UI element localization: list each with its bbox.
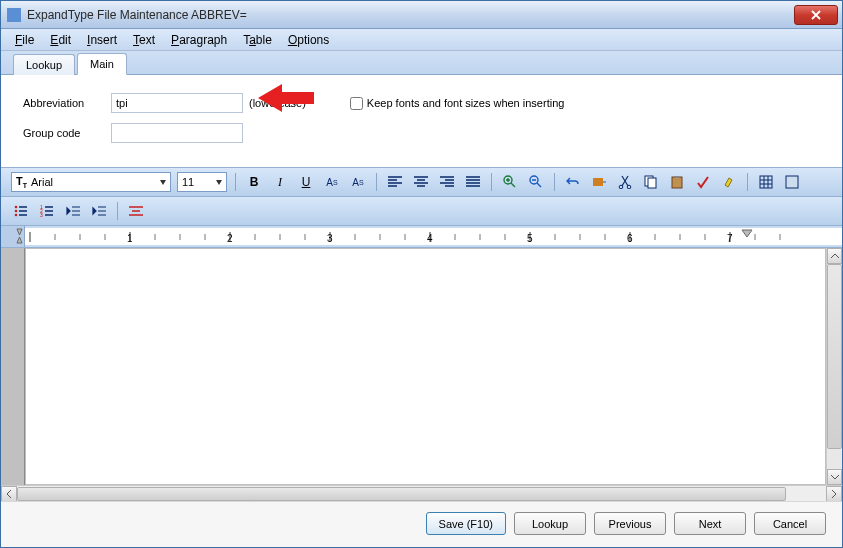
undo-button[interactable] (563, 172, 583, 192)
menu-file[interactable]: File (7, 30, 42, 50)
hscroll-thumb[interactable] (17, 487, 786, 501)
zoom-out-button[interactable] (526, 172, 546, 192)
ruler-track[interactable]: 1 2 3 4 5 6 7 (25, 228, 842, 245)
align-left-icon (388, 176, 402, 188)
underline-button[interactable]: U (296, 172, 316, 192)
separator (235, 173, 236, 191)
scroll-up-button[interactable] (827, 248, 842, 264)
paragraph-button[interactable] (126, 201, 146, 221)
svg-rect-9 (760, 176, 772, 188)
table-button[interactable] (756, 172, 776, 192)
separator (554, 173, 555, 191)
bullet-list-icon (14, 205, 28, 217)
scroll-down-button[interactable] (827, 469, 842, 485)
paste-icon (670, 175, 684, 189)
outdent-button[interactable] (63, 201, 83, 221)
editor-area (1, 248, 842, 485)
menu-edit[interactable]: Edit (42, 30, 79, 50)
border-button[interactable] (782, 172, 802, 192)
spellcheck-icon (696, 175, 710, 189)
tab-strip: Lookup Main (1, 51, 842, 75)
ruler: 1 2 3 4 5 6 7 (1, 226, 842, 248)
zoom-in-icon (503, 175, 517, 189)
scroll-track[interactable] (827, 264, 842, 469)
menu-table[interactable]: Table (235, 30, 280, 50)
menu-text[interactable]: Text (125, 30, 163, 50)
checkbox-keep-fonts[interactable]: Keep fonts and font sizes when inserting (346, 94, 565, 113)
copy-icon (644, 175, 658, 189)
align-right-button[interactable] (437, 172, 457, 192)
app-icon (7, 8, 21, 22)
indent-icon (92, 205, 106, 217)
superscript-button[interactable]: AS (322, 172, 342, 192)
right-indent-marker[interactable] (742, 230, 752, 237)
svg-point-4 (627, 185, 631, 189)
titlebar: ExpandType File Maintenance ABBREV= (1, 1, 842, 29)
svg-rect-6 (648, 178, 656, 188)
scroll-left-button[interactable] (1, 486, 17, 502)
subscript-button[interactable]: AS (348, 172, 368, 192)
next-button[interactable]: Next (674, 512, 746, 535)
spellcheck-button[interactable] (693, 172, 713, 192)
lookup-button[interactable]: Lookup (514, 512, 586, 535)
input-abbreviation[interactable] (111, 93, 243, 113)
menu-insert[interactable]: Insert (79, 30, 125, 50)
vertical-scrollbar[interactable] (826, 248, 842, 485)
bullet-list-button[interactable] (11, 201, 31, 221)
paste-button[interactable] (667, 172, 687, 192)
tab-lookup[interactable]: Lookup (13, 54, 75, 75)
paragraph-icon (129, 205, 143, 217)
outdent-icon (66, 205, 80, 217)
highlight-icon (722, 175, 736, 189)
ruler-ticks: 1 2 3 4 5 6 7 (30, 232, 780, 244)
input-group-code[interactable] (111, 123, 243, 143)
tab-main[interactable]: Main (77, 53, 127, 75)
hscroll-track[interactable] (17, 486, 826, 501)
close-button[interactable] (794, 5, 838, 25)
align-justify-icon (466, 176, 480, 188)
checkbox-keep-fonts-input[interactable] (350, 97, 363, 110)
scroll-thumb[interactable] (827, 264, 842, 449)
svg-text:2: 2 (227, 233, 233, 244)
save-button[interactable]: Save (F10) (426, 512, 506, 535)
cancel-button[interactable]: Cancel (754, 512, 826, 535)
horizontal-scrollbar[interactable] (1, 485, 842, 501)
ruler-corner (1, 226, 25, 247)
svg-text:7: 7 (727, 233, 733, 244)
button-bar: Save (F10) Lookup Previous Next Cancel (1, 501, 842, 547)
font-size-select[interactable]: 11 (177, 172, 227, 192)
indent-button[interactable] (89, 201, 109, 221)
svg-point-11 (15, 206, 18, 209)
cut-icon (618, 175, 632, 189)
bold-button[interactable]: B (244, 172, 264, 192)
list-toolbar: 123 (1, 197, 842, 226)
align-left-button[interactable] (385, 172, 405, 192)
highlight-button[interactable] (719, 172, 739, 192)
menu-paragraph[interactable]: Paragraph (163, 30, 235, 50)
svg-text:1: 1 (127, 233, 133, 244)
align-right-icon (440, 176, 454, 188)
cut-button[interactable] (615, 172, 635, 192)
redo-button[interactable] (589, 172, 609, 192)
window: ExpandType File Maintenance ABBREV= File… (0, 0, 843, 548)
editor-gutter (1, 248, 25, 485)
previous-button[interactable]: Previous (594, 512, 666, 535)
svg-point-13 (15, 214, 18, 217)
svg-text:4: 4 (427, 233, 433, 244)
font-select[interactable]: TT Arial (11, 172, 171, 192)
zoom-in-button[interactable] (500, 172, 520, 192)
table-icon (759, 175, 773, 189)
italic-button[interactable]: I (270, 172, 290, 192)
copy-button[interactable] (641, 172, 661, 192)
label-abbreviation: Abbreviation (23, 97, 111, 109)
chevron-up-icon (831, 253, 839, 259)
scroll-right-button[interactable] (826, 486, 842, 502)
row-abbreviation: Abbreviation (lowercase) Keep fonts and … (23, 93, 820, 113)
number-list-button[interactable]: 123 (37, 201, 57, 221)
menu-options[interactable]: Options (280, 30, 337, 50)
align-center-button[interactable] (411, 172, 431, 192)
menubar: File Edit Insert Text Paragraph Table Op… (1, 29, 842, 51)
align-justify-button[interactable] (463, 172, 483, 192)
editor-body[interactable] (25, 248, 826, 485)
separator (747, 173, 748, 191)
